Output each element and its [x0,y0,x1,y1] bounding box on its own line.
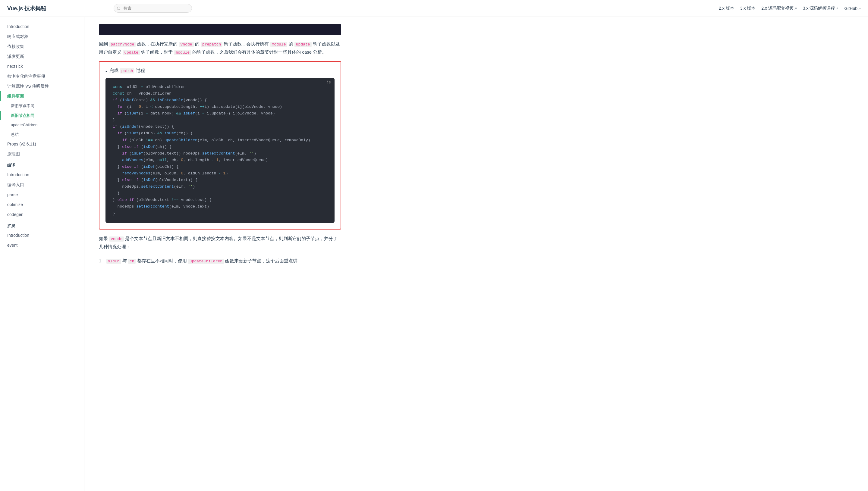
search-icon [117,6,121,10]
sidebar: Introduction 响应式对象 依赖收集 派发更新 nextTick 检测… [0,17,84,491]
sidebar-item-extend-intro[interactable]: Introduction [0,230,84,240]
section-title-compile: 编译 [0,159,84,170]
sidebar-item-introduction[interactable]: Introduction [0,22,84,32]
sidebar-item-diagram[interactable]: 原理图 [0,149,84,159]
bullet-item-patch: • 完成 patch 过程 [106,68,335,74]
section-title-extend: 扩展 [0,220,84,230]
sidebar-item-event[interactable]: event [0,240,84,250]
inline-code-ch: ch [128,259,136,264]
sidebar-item-summary[interactable]: 总结 [0,130,84,140]
sidebar-item-detect-changes[interactable]: 检测变化的注意事项 [0,71,84,81]
external-icon-3: ↗ [858,7,861,10]
inline-code-module1: module [270,42,287,47]
code-content: const oldCh = oldVnode.children const ch… [113,84,327,217]
layout: Introduction 响应式对象 依赖收集 派发更新 nextTick 检测… [0,17,868,491]
bullet-dot: • [106,69,107,74]
inline-code-oldch: oldCh [106,259,121,264]
svg-point-0 [117,7,120,9]
inline-code-update2: update [123,50,140,55]
sidebar-item-reactive[interactable]: 响应式对象 [0,32,84,41]
code-top-bar-cutoff [99,24,341,35]
sidebar-item-nexttick[interactable]: nextTick [0,61,84,71]
search-container [114,4,192,13]
external-icon-2: ↗ [836,7,838,10]
inline-code-prepatch: prepatch [201,42,222,47]
nav-link-2x-video[interactable]: 2.x 源码配套视频↗ [761,6,797,11]
nav-link-3x-course[interactable]: 3.x 源码解析课程↗ [803,6,838,11]
inline-code-updatechildren: updateChildren [188,259,224,264]
sidebar-item-optimize[interactable]: optimize [0,200,84,210]
numbered-list: 1. oldCh 与 ch 都存在且不相同时，使用 updateChildren… [99,257,341,265]
nav-link-2x[interactable]: 2.x 版本 [719,6,734,11]
numbered-text-1: oldCh 与 ch 都存在且不相同时，使用 updateChildren 函数… [106,257,298,265]
inline-code-update1: update [295,42,312,47]
numbered-num-1: 1. [99,257,103,265]
code-lang-label: js [327,80,331,84]
main-content: 回到 patchVNode 函数，在执行完新的 vnode 的 prepatch… [84,17,356,491]
sidebar-item-dep-collect[interactable]: 依赖收集 [0,41,84,52]
site-logo[interactable]: Vue.js 技术揭秘 [7,5,46,12]
red-bordered-section: • 完成 patch 过程 js const oldCh = oldVnode.… [99,61,341,230]
sidebar-item-compile-intro[interactable]: Introduction [0,170,84,180]
sidebar-item-props[interactable]: Props (v2.6.11) [0,139,84,149]
topnav: Vue.js 技术揭秘 2.x 版本 3.x 版本 2.x 源码配套视频↗ 3.… [0,0,868,17]
intro-paragraph: 回到 patchVNode 函数，在执行完新的 vnode 的 prepatch… [99,40,341,56]
sidebar-item-diff-nodes[interactable]: 新旧节点不同 [0,101,84,111]
code-block-patch: js const oldCh = oldVnode.children const… [106,78,335,223]
sidebar-item-component-update[interactable]: 组件更新 [0,91,84,101]
inline-code-vnode2: vnode [109,236,124,241]
inline-code-vnode: vnode [179,42,194,47]
numbered-item-1: 1. oldCh 与 ch 都存在且不相同时，使用 updateChildren… [99,257,341,265]
bottom-paragraph: 如果 vnode 是个文本节点且新旧文本不相同，则直接替换文本内容。如果不是文本… [99,234,341,251]
sidebar-item-computed-vs-watch[interactable]: 计算属性 VS 侦听属性 [0,81,84,91]
inline-code-patchvnode: patchVNode [109,42,136,47]
sidebar-item-compile-entry[interactable]: 编译入口 [0,180,84,190]
sidebar-item-parse[interactable]: parse [0,190,84,200]
bullet-text: 完成 patch 过程 [109,68,145,74]
svg-line-1 [120,9,120,10]
inline-code-patch: patch [120,68,134,74]
sidebar-item-codegen[interactable]: codegen [0,210,84,220]
sidebar-item-same-nodes[interactable]: 新旧节点相同 [0,111,84,120]
nav-link-github[interactable]: GitHub↗ [844,6,861,11]
nav-links: 2.x 版本 3.x 版本 2.x 源码配套视频↗ 3.x 源码解析课程↗ Gi… [719,6,861,11]
search-input[interactable] [114,4,192,13]
sidebar-item-dispatch[interactable]: 派发更新 [0,52,84,61]
external-icon: ↗ [794,7,797,10]
sidebar-item-update-children[interactable]: updateChildren [0,120,84,130]
inline-code-module2: module [174,50,191,55]
nav-link-3x[interactable]: 3.x 版本 [740,6,756,11]
